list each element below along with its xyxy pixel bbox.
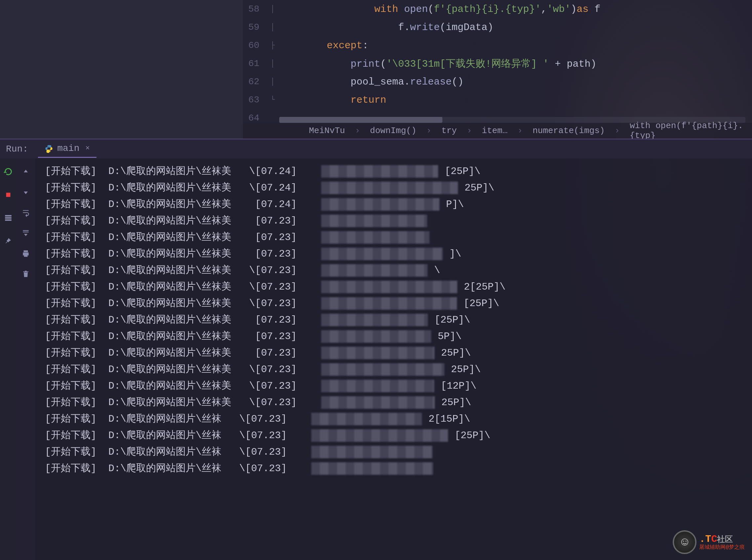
- console-date: \[07.23]: [231, 265, 314, 276]
- code-content[interactable]: f.write(imgData): [279, 22, 752, 33]
- console-line: [开始下载] D:\爬取的网站图片\丝袜 \[07.23] [25P]\: [45, 427, 752, 444]
- line-number: 60: [243, 40, 266, 51]
- code-editor[interactable]: 58│ with open(f'{path}{i}.{typ}','wb')as…: [243, 0, 752, 139]
- fold-gutter[interactable]: │: [266, 5, 279, 13]
- watermark-subtitle: 屠城辅助网@梦之痕: [699, 545, 745, 551]
- console-prefix: [开始下载] D:\爬取的网站图片\丝袜美: [45, 364, 231, 375]
- censored-segment: [321, 347, 435, 359]
- code-content[interactable]: with open(f'{path}{i}.{typ}','wb')as f: [279, 4, 752, 15]
- censored-segment: [311, 462, 433, 475]
- console-suffix: 25P]\: [465, 182, 494, 194]
- console-suffix: [25P]\: [435, 314, 470, 325]
- console-date: \[07.24]: [231, 166, 314, 177]
- console-prefix: [开始下载] D:\爬取的网站图片\丝袜美: [45, 265, 231, 276]
- svg-rect-1: [5, 215, 12, 216]
- console-date: [07.23]: [231, 314, 314, 325]
- fold-gutter[interactable]: ├: [266, 41, 279, 49]
- svg-rect-3: [5, 219, 12, 221]
- breadcrumb-item[interactable]: MeiNvTu: [309, 126, 345, 136]
- fold-gutter[interactable]: │: [266, 23, 279, 32]
- breadcrumb-item[interactable]: numerate(imgs): [533, 126, 605, 136]
- scroll-to-end-icon[interactable]: [20, 228, 31, 238]
- rerun-icon[interactable]: [3, 166, 14, 177]
- code-content[interactable]: return: [279, 95, 752, 106]
- run-tab-main[interactable]: main ×: [38, 140, 96, 158]
- code-content[interactable]: except:: [279, 40, 752, 51]
- console-date: [07.24]: [231, 199, 314, 210]
- console-date: [07.23]: [231, 347, 314, 359]
- console-prefix: [开始下载] D:\爬取的网站图片\丝袜美: [45, 232, 231, 243]
- console-suffix: 5P]\: [438, 331, 462, 342]
- line-number: 63: [243, 95, 266, 105]
- breadcrumb-item[interactable]: downImg(): [370, 126, 416, 136]
- console-prefix: [开始下载] D:\爬取的网站图片\丝袜: [45, 463, 221, 474]
- console-suffix: 2[25P]\: [464, 281, 505, 293]
- console-date: \[07.23]: [231, 380, 314, 392]
- code-line[interactable]: 61│ print('\033[31m[下载失败!网络异常] ' + path): [243, 55, 752, 73]
- console-date: \[07.23]: [221, 414, 305, 425]
- layout-icon[interactable]: [3, 213, 14, 223]
- line-number: 64: [243, 113, 266, 123]
- console-suffix: 2[15P]\: [428, 414, 470, 425]
- trash-icon[interactable]: [20, 269, 31, 279]
- soft-wrap-icon[interactable]: [20, 207, 31, 218]
- code-line[interactable]: 60├ except:: [243, 36, 752, 55]
- console-date: \[07.23]: [231, 298, 314, 309]
- stop-icon[interactable]: [3, 189, 14, 200]
- code-line[interactable]: 63└ return: [243, 91, 752, 109]
- line-number: 61: [243, 58, 266, 69]
- censored-segment: [311, 429, 448, 442]
- code-line[interactable]: 59│ f.write(imgData): [243, 18, 752, 36]
- run-tool-window: Run: main ×: [0, 139, 752, 560]
- chevron-right-icon: ›: [355, 126, 360, 136]
- line-number: 59: [243, 22, 266, 32]
- censored-segment: [321, 363, 444, 376]
- chevron-right-icon: ›: [615, 126, 620, 136]
- code-content[interactable]: print('\033[31m[下载失败!网络异常] ' + path): [279, 57, 752, 70]
- svg-rect-0: [6, 193, 11, 197]
- breadcrumb: MeiNvTu›downImg()›try›item…›numerate(img…: [243, 123, 752, 139]
- censored-segment: [321, 396, 435, 409]
- fold-gutter[interactable]: └: [266, 96, 279, 104]
- line-number: 62: [243, 77, 266, 87]
- console-output[interactable]: [开始下载] D:\爬取的网站图片\丝袜美 \[07.24] [25P]\[开始…: [35, 159, 752, 560]
- editor-left-margin: [0, 0, 243, 139]
- censored-segment: [321, 314, 428, 326]
- console-suffix: 25P]\: [441, 347, 471, 359]
- console-suffix: ]\: [449, 248, 461, 260]
- up-icon[interactable]: [20, 166, 31, 177]
- code-content[interactable]: pool_sema.release(): [279, 76, 752, 87]
- scrollbar-thumb[interactable]: [279, 117, 442, 123]
- console-prefix: [开始下载] D:\爬取的网站图片\丝袜美: [45, 347, 231, 359]
- console-date: \[07.24]: [231, 182, 314, 194]
- close-icon[interactable]: ×: [85, 144, 90, 153]
- console-prefix: [开始下载] D:\爬取的网站图片\丝袜美: [45, 215, 231, 226]
- fold-gutter[interactable]: │: [266, 59, 279, 68]
- console-line: [开始下载] D:\爬取的网站图片\丝袜美 \[07.23] 2[25P]\: [45, 279, 752, 295]
- down-icon[interactable]: [20, 187, 31, 197]
- run-tab-label: main: [57, 143, 79, 154]
- pin-icon[interactable]: [3, 236, 14, 246]
- watermark-cn: 社区: [717, 535, 733, 544]
- chevron-right-icon: ›: [426, 126, 431, 136]
- console-suffix: 25P]\: [441, 397, 471, 408]
- breadcrumb-item[interactable]: item…: [482, 126, 507, 136]
- breadcrumb-item[interactable]: try: [441, 126, 457, 136]
- print-icon[interactable]: [20, 248, 31, 259]
- code-line[interactable]: 58│ with open(f'{path}{i}.{typ}','wb')as…: [243, 0, 752, 18]
- breadcrumb-item[interactable]: with open(f'{path}{i}.{typ}: [630, 121, 752, 141]
- console-line: [开始下载] D:\爬取的网站图片\丝袜美 [07.23]: [45, 213, 752, 229]
- fold-gutter[interactable]: │: [266, 78, 279, 86]
- console-prefix: [开始下载] D:\爬取的网站图片\丝袜美: [45, 331, 231, 342]
- console-date: \[07.23]: [221, 463, 305, 474]
- console-line: [开始下载] D:\爬取的网站图片\丝袜美 \[07.23] 25P]\: [45, 394, 752, 411]
- censored-segment: [321, 380, 434, 392]
- console-prefix: [开始下载] D:\爬取的网站图片\丝袜美: [45, 314, 231, 325]
- console-line: [开始下载] D:\爬取的网站图片\丝袜美 [07.23]: [45, 229, 752, 246]
- code-line[interactable]: 62│ pool_sema.release(): [243, 73, 752, 91]
- console-line: [开始下载] D:\爬取的网站图片\丝袜美 [07.23] ]\: [45, 246, 752, 262]
- censored-segment: [311, 446, 432, 458]
- censored-segment: [321, 198, 440, 211]
- console-prefix: [开始下载] D:\爬取的网站图片\丝袜美: [45, 248, 231, 260]
- run-header: Run: main ×: [0, 139, 752, 159]
